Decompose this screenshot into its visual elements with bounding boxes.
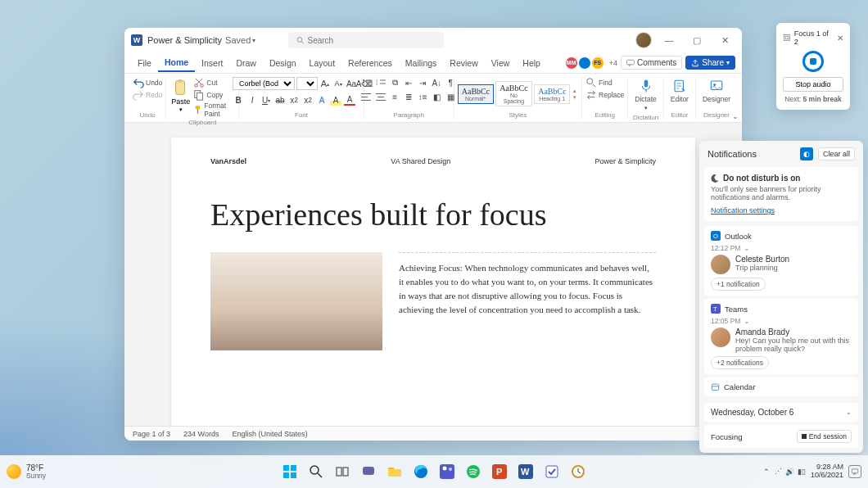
maximize-button[interactable]: ▢: [686, 29, 708, 51]
replace-button[interactable]: Replace: [585, 89, 624, 101]
date-row[interactable]: Wednesday, October 6⌄: [704, 403, 858, 422]
clock-button[interactable]: [567, 460, 590, 483]
presence-more[interactable]: +4: [609, 59, 617, 67]
clear-all-button[interactable]: Clear all: [818, 147, 855, 160]
todo-button[interactable]: [540, 460, 563, 483]
chevron-down-icon[interactable]: ▾: [252, 37, 255, 44]
style-normal[interactable]: AaBbCcNormal*: [458, 84, 494, 104]
teams-button[interactable]: [436, 460, 459, 483]
redo-button[interactable]: Redo: [133, 89, 162, 101]
sort-button[interactable]: A↓: [431, 77, 442, 88]
end-session-button[interactable]: End session: [797, 430, 852, 443]
status-words[interactable]: 234 Words: [183, 430, 219, 438]
clock[interactable]: 9:28 AM 10/6/2021: [811, 463, 843, 480]
notification-center-button[interactable]: [848, 465, 861, 478]
comments-button[interactable]: Comments: [621, 56, 682, 70]
chevron-down-icon[interactable]: ⌄: [744, 317, 750, 325]
tab-design[interactable]: Design: [263, 55, 303, 71]
align-center-button[interactable]: [375, 91, 387, 102]
align-left-button[interactable]: [361, 91, 373, 102]
page-image-placeholder[interactable]: [210, 252, 382, 350]
format-painter-button[interactable]: Format Paint: [193, 102, 235, 118]
style-heading1[interactable]: AaBbCcHeading 1: [534, 84, 570, 104]
explorer-button[interactable]: [383, 460, 406, 483]
notification-settings-link[interactable]: Notification settings: [711, 206, 775, 215]
spotify-button[interactable]: [462, 460, 485, 483]
tab-references[interactable]: References: [341, 55, 399, 71]
strikethrough-button[interactable]: ab: [274, 94, 286, 106]
page-headline[interactable]: Experiences built for focus: [210, 198, 656, 233]
task-view-button[interactable]: [331, 460, 354, 483]
font-name-select[interactable]: Corbel (Body): [233, 77, 295, 90]
tab-view[interactable]: View: [485, 55, 517, 71]
user-avatar[interactable]: [635, 32, 652, 48]
shading-button[interactable]: ◧: [431, 91, 442, 102]
weather-widget[interactable]: 78°FSunny: [7, 464, 46, 480]
search-input[interactable]: [308, 36, 436, 45]
stop-audio-button[interactable]: Stop audio: [783, 77, 843, 92]
justify-button[interactable]: ≣: [403, 91, 414, 102]
copy-button[interactable]: Copy: [193, 89, 235, 101]
wifi-icon[interactable]: ⋰: [775, 468, 782, 476]
status-language[interactable]: English (United States): [232, 430, 307, 438]
grow-font-button[interactable]: A▴: [319, 78, 331, 89]
start-button[interactable]: [278, 460, 301, 483]
decrease-indent-button[interactable]: ⇤: [403, 77, 414, 88]
dnd-toggle-button[interactable]: ◐: [800, 147, 813, 160]
ribbon-collapse-button[interactable]: ⌄: [732, 112, 739, 120]
document-area[interactable]: VanArsdel VA Shared Design Power & Simpl…: [124, 123, 742, 426]
tray-chevron-icon[interactable]: ⌃: [763, 468, 770, 476]
save-status[interactable]: Saved: [225, 35, 251, 45]
numbering-button[interactable]: 12: [375, 77, 387, 88]
subscript-button[interactable]: x2: [288, 94, 300, 106]
share-button[interactable]: Share ▾: [685, 56, 735, 70]
italic-button[interactable]: I: [246, 94, 258, 106]
align-right-button[interactable]: ≡: [389, 91, 400, 102]
chevron-down-icon[interactable]: ⌄: [744, 244, 750, 252]
text-effects-button[interactable]: A: [316, 94, 328, 106]
cut-button[interactable]: Cut: [193, 77, 235, 88]
more-notifications-button[interactable]: +2 notifications: [711, 356, 769, 369]
paste-button[interactable]: Paste ▾: [170, 77, 192, 115]
search-button[interactable]: [305, 460, 328, 483]
editor-button[interactable]: Editor: [667, 77, 692, 105]
undo-button[interactable]: Undo: [133, 77, 162, 88]
notification-item[interactable]: Amanda BradyHey! Can you help me out wit…: [711, 328, 852, 353]
tab-draw[interactable]: Draw: [229, 55, 263, 71]
volume-icon[interactable]: 🔊: [785, 468, 794, 476]
page-body-text[interactable]: Achieving Focus: When technology communi…: [399, 252, 656, 350]
styles-gallery-expand[interactable]: ▴▾: [572, 86, 578, 102]
bullets-button[interactable]: [361, 77, 373, 88]
tab-help[interactable]: Help: [516, 55, 547, 71]
calendar-row[interactable]: Calendar: [704, 377, 858, 396]
status-page[interactable]: Page 1 of 3: [133, 430, 170, 438]
presence-avatar[interactable]: FS: [591, 56, 604, 70]
tab-insert[interactable]: Insert: [195, 55, 229, 71]
focus-timer-ring[interactable]: [802, 51, 824, 72]
battery-icon[interactable]: ▮▯: [798, 468, 806, 476]
tab-home[interactable]: Home: [158, 54, 195, 72]
highlight-button[interactable]: A: [330, 94, 341, 106]
search-box[interactable]: [288, 32, 444, 48]
edge-button[interactable]: [409, 460, 432, 483]
bold-button[interactable]: B: [233, 94, 244, 106]
line-spacing-button[interactable]: ↕≡: [417, 91, 428, 102]
tab-file[interactable]: File: [131, 55, 158, 71]
presence-avatar[interactable]: [578, 56, 591, 70]
superscript-button[interactable]: x2: [302, 94, 314, 106]
multilevel-list-button[interactable]: ⧉: [389, 77, 400, 88]
designer-button[interactable]: Designer: [699, 77, 734, 105]
tab-review[interactable]: Review: [443, 55, 484, 71]
style-no-spacing[interactable]: AaBbCcNo Spacing: [495, 81, 533, 106]
increase-indent-button[interactable]: ⇥: [417, 77, 428, 88]
more-notifications-button[interactable]: +1 notification: [711, 278, 766, 291]
close-button[interactable]: ✕: [714, 29, 735, 51]
chat-button[interactable]: [357, 460, 380, 483]
underline-button[interactable]: U▾: [260, 94, 272, 106]
presence-avatar[interactable]: MM: [565, 56, 578, 70]
font-size-select[interactable]: 11: [296, 77, 318, 90]
powerpoint-button[interactable]: P: [488, 460, 511, 483]
dictate-button[interactable]: Dictate▾: [631, 77, 659, 113]
minimize-button[interactable]: —: [658, 29, 680, 51]
notification-item[interactable]: Celeste BurtonTrip planning: [711, 255, 852, 274]
